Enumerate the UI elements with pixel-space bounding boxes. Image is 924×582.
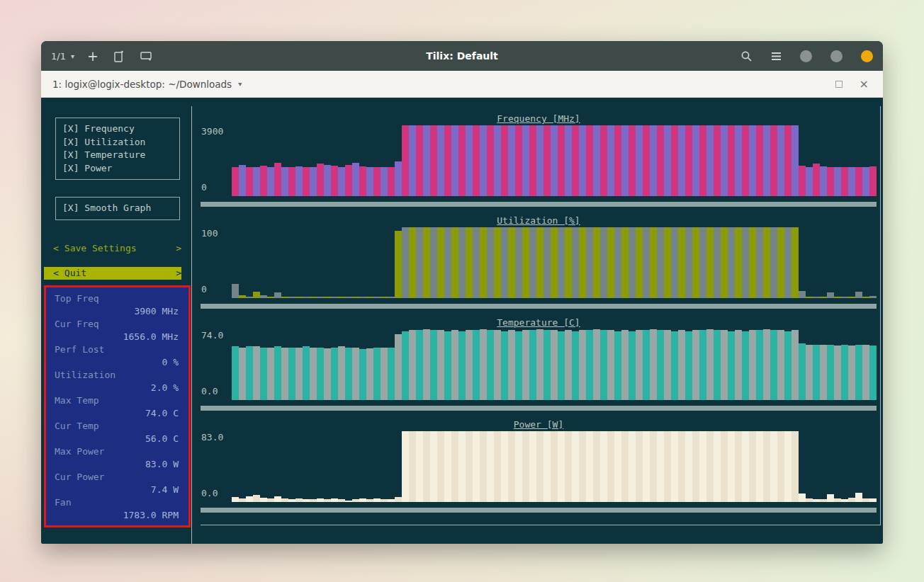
- smooth-graph-toggle-box: [X] Smooth Graph: [55, 197, 180, 220]
- y-axis-labels: 3900 0: [201, 125, 232, 196]
- stat-label: Top Freq: [46, 292, 188, 305]
- stat-value: 3900 MHz: [46, 305, 188, 318]
- bar-series: [232, 329, 877, 400]
- y-max-label: 83.0: [201, 432, 232, 443]
- save-settings-prefix: <: [53, 242, 59, 255]
- y-max-label: 3900: [201, 126, 232, 137]
- bar-series: [232, 431, 877, 502]
- bar-series: [232, 227, 877, 298]
- y-min-label: 0.0: [201, 386, 232, 396]
- stat-value: 74.0 C: [46, 407, 188, 420]
- window-maximize-button[interactable]: [830, 50, 843, 62]
- terminal-close-button[interactable]: ×: [860, 79, 869, 90]
- stat-row: Utilization 2.0 %: [46, 369, 188, 394]
- new-tab-button[interactable]: +: [87, 50, 98, 63]
- tilix-window: 1/1 ▾ +: [41, 41, 883, 544]
- quit-button[interactable]: < Quit >: [44, 267, 181, 280]
- y-min-label: 0: [201, 284, 232, 295]
- y-max-label: 74.0: [201, 330, 232, 341]
- save-settings-button[interactable]: < Save Settings >: [44, 242, 181, 255]
- chevron-down-icon: ▾: [238, 80, 242, 88]
- save-settings-label: Save Settings: [64, 242, 176, 255]
- stat-row: Top Freq 3900 MHz: [46, 292, 188, 318]
- chart-temperature: Temperature [C] 74.0 0.0: [201, 317, 877, 419]
- graph-toggle-box: [X] Frequency [X] Utilization [X] Temper…: [55, 118, 180, 180]
- terminal-content: [X] Frequency [X] Utilization [X] Temper…: [41, 98, 883, 544]
- graph-scrollbar: [201, 508, 877, 513]
- stat-value: 1783.0 RPM: [46, 509, 188, 522]
- terminal-maximize-button[interactable]: [835, 81, 843, 88]
- terminal-tab-title: 1: logix@logix-desktop: ~/Downloads: [52, 79, 232, 90]
- chart-title: Power [W]: [201, 419, 877, 430]
- quit-suffix: >: [176, 267, 181, 280]
- tab-counter-dropdown[interactable]: 1/1 ▾: [51, 51, 74, 62]
- graph-toggle-utilization[interactable]: [X] Utilization: [62, 136, 173, 149]
- split-terminal-icon: [140, 51, 153, 62]
- stat-value: 83.0 W: [46, 458, 188, 471]
- hamburger-menu-icon: [771, 52, 782, 61]
- graph-scrollbar: [201, 202, 877, 207]
- smooth-graph-toggle[interactable]: [X] Smooth Graph: [62, 202, 173, 215]
- stui-sidebar: [X] Frequency [X] Utilization [X] Temper…: [44, 106, 192, 544]
- stat-row: Max Power 83.0 W: [46, 445, 188, 471]
- titlebar: 1/1 ▾ +: [41, 41, 883, 71]
- window-close-button[interactable]: [861, 50, 873, 62]
- stat-row: Cur Freq 1656.0 MHz: [46, 318, 188, 343]
- y-max-label: 100: [201, 228, 232, 239]
- stat-value: 7.4 W: [46, 484, 188, 496]
- chart-title: Temperature [C]: [201, 317, 877, 328]
- search-icon: [740, 50, 753, 62]
- stat-label: Max Temp: [46, 394, 188, 407]
- tab-counter-label: 1/1: [51, 51, 66, 62]
- graph-scrollbar: [201, 406, 877, 411]
- stat-row: Cur Temp 56.0 C: [46, 420, 188, 445]
- stat-row: Fan 1783.0 RPM: [46, 496, 188, 522]
- save-settings-suffix: >: [176, 242, 181, 255]
- new-window-icon: [114, 50, 125, 62]
- window-minimize-button[interactable]: [800, 50, 812, 62]
- stat-label: Cur Temp: [46, 420, 188, 433]
- terminal-tabbar: 1: logix@logix-desktop: ~/Downloads ▾ ×: [41, 71, 883, 98]
- stat-label: Fan: [46, 496, 188, 509]
- chart-frequency: Frequency [MHz] 3900 0: [201, 113, 877, 215]
- stats-panel: Top Freq 3900 MHz Cur Freq 1656.0 MHz Pe…: [44, 285, 191, 527]
- bar-series: [232, 125, 877, 196]
- stat-label: Max Power: [46, 445, 188, 458]
- chart-title: Utilization [%]: [201, 215, 877, 226]
- y-min-label: 0.0: [201, 488, 232, 498]
- stat-value: 1656.0 MHz: [46, 331, 188, 343]
- stat-row: Perf Lost 0 %: [46, 343, 188, 369]
- chart-power: Power [W] 83.0 0.0: [201, 419, 877, 521]
- stat-value: 2.0 %: [46, 382, 188, 394]
- y-axis-labels: 83.0 0.0: [201, 431, 232, 502]
- new-window-button[interactable]: [114, 50, 125, 62]
- graph-toggle-temperature[interactable]: [X] Temperature: [62, 149, 173, 162]
- stui-graphs: Frequency [MHz] 3900 0 Utilization [%] 1…: [201, 106, 881, 525]
- stat-label: Cur Power: [46, 471, 188, 484]
- menu-button[interactable]: [771, 52, 782, 61]
- stat-label: Cur Freq: [46, 318, 188, 331]
- stat-label: Utilization: [46, 369, 188, 382]
- split-terminal-button[interactable]: [140, 51, 153, 62]
- graph-toggle-frequency[interactable]: [X] Frequency: [62, 122, 173, 136]
- graph-scrollbar: [201, 304, 877, 309]
- stat-row: Cur Power 7.4 W: [46, 471, 188, 496]
- chart-title: Frequency [MHz]: [201, 113, 877, 124]
- chart-utilization: Utilization [%] 100 0: [201, 215, 877, 317]
- quit-label: Quit: [64, 267, 176, 280]
- y-axis-labels: 74.0 0.0: [201, 329, 232, 400]
- chevron-down-icon: ▾: [71, 52, 74, 60]
- search-button[interactable]: [740, 50, 753, 62]
- quit-prefix: <: [53, 267, 59, 280]
- terminal-tab-title-dropdown[interactable]: 1: logix@logix-desktop: ~/Downloads ▾: [52, 79, 242, 90]
- y-min-label: 0: [201, 182, 232, 193]
- stat-row: Max Temp 74.0 C: [46, 394, 188, 420]
- stat-value: 0 %: [46, 356, 188, 369]
- y-axis-labels: 100 0: [201, 227, 232, 298]
- stat-label: Perf Lost: [46, 343, 188, 356]
- graph-toggle-power[interactable]: [X] Power: [62, 162, 173, 176]
- stat-value: 56.0 C: [46, 433, 188, 445]
